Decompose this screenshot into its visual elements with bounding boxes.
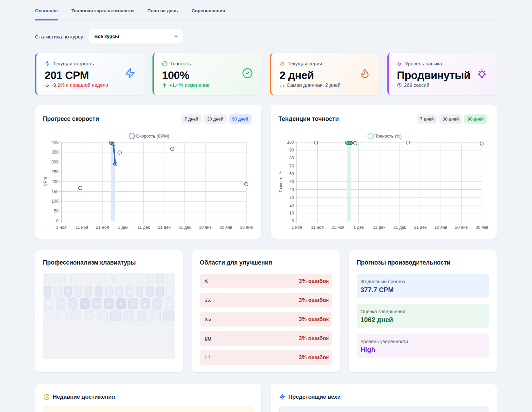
svg-text:1 ноя: 1 ноя — [291, 225, 302, 230]
svg-text:20: 20 — [289, 203, 294, 208]
svg-text:11 ноя: 11 ноя — [311, 225, 324, 230]
svg-text:1 ноя: 1 ноя — [56, 225, 66, 230]
svg-text:CPM: CPM — [43, 177, 48, 186]
svg-text:20 янв: 20 янв — [220, 225, 232, 230]
svg-text:0: 0 — [56, 219, 59, 223]
svg-text:Скорость (CPM): Скорость (CPM) — [136, 133, 169, 139]
svg-text:400: 400 — [51, 140, 59, 145]
svg-text:0: 0 — [292, 219, 294, 223]
svg-text:10 янв: 10 янв — [434, 225, 447, 230]
svg-text:11 дек: 11 дек — [138, 225, 150, 230]
svg-text:300: 300 — [51, 160, 59, 164]
svg-text:10: 10 — [289, 211, 294, 216]
svg-text:21 дек: 21 дек — [393, 225, 406, 230]
svg-text:21 дек: 21 дек — [158, 225, 171, 230]
svg-text:150: 150 — [51, 189, 59, 194]
svg-text:10 янв: 10 янв — [199, 225, 212, 230]
svg-text:31 дек: 31 дек — [414, 225, 427, 230]
svg-text:90: 90 — [289, 148, 294, 153]
svg-text:100: 100 — [51, 199, 59, 204]
svg-text:30 янв: 30 янв — [475, 225, 488, 230]
svg-text:Точность (%): Точность (%) — [375, 133, 402, 139]
svg-text:30 янв: 30 янв — [240, 225, 253, 230]
svg-text:50: 50 — [289, 179, 294, 184]
svg-text:30: 30 — [289, 195, 294, 200]
svg-text:350: 350 — [51, 150, 59, 155]
svg-text:21 ноя: 21 ноя — [96, 225, 109, 230]
svg-text:200: 200 — [51, 179, 59, 184]
svg-text:31 дек: 31 дек — [178, 225, 191, 230]
svg-text:70: 70 — [289, 164, 294, 169]
svg-text:80: 80 — [289, 156, 294, 160]
svg-text:250: 250 — [51, 170, 59, 174]
svg-text:Точность %: Точность % — [278, 171, 283, 192]
svg-text:20 янв: 20 янв — [455, 225, 468, 230]
svg-text:60: 60 — [289, 172, 294, 176]
svg-text:40: 40 — [289, 187, 294, 192]
svg-text:100: 100 — [287, 140, 294, 145]
svg-text:1 дек: 1 дек — [118, 225, 128, 230]
svg-text:21 ноя: 21 ноя — [332, 225, 344, 230]
svg-text:11 ноя: 11 ноя — [76, 225, 88, 230]
svg-text:11 дек: 11 дек — [373, 225, 386, 230]
svg-text:50: 50 — [54, 209, 59, 213]
svg-text:1 дек: 1 дек — [353, 225, 364, 230]
